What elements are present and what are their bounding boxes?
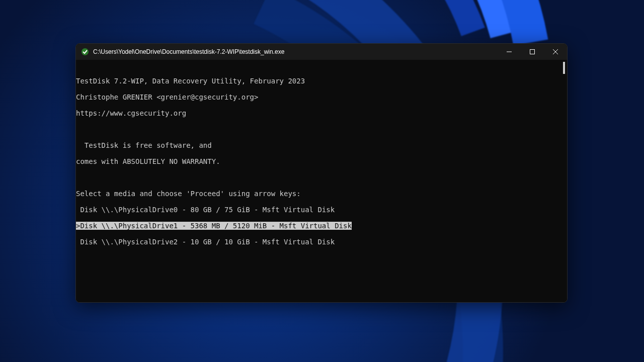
- intro-line: comes with ABSOLUTELY NO WARRANTY.: [76, 157, 567, 165]
- disk-option[interactable]: Disk \\.\PhysicalDrive0 - 80 GB / 75 GiB…: [76, 206, 567, 214]
- header-line: Christophe GRENIER <grenier@cgsecurity.o…: [76, 93, 567, 101]
- window-title: C:\Users\Yodel\OneDrive\Documents\testdi…: [93, 48, 284, 55]
- minimize-button[interactable]: [498, 44, 521, 60]
- terminal-output[interactable]: TestDisk 7.2-WIP, Data Recovery Utility,…: [76, 60, 567, 303]
- svg-point-0: [82, 48, 89, 55]
- titlebar[interactable]: C:\Users\Yodel\OneDrive\Documents\testdi…: [76, 44, 567, 60]
- svg-rect-1: [530, 50, 535, 54]
- disk-option[interactable]: Disk \\.\PhysicalDrive2 - 10 GB / 10 GiB…: [76, 238, 567, 246]
- header-line: https://www.cgsecurity.org: [76, 109, 567, 117]
- intro-line: TestDisk is free software, and: [76, 141, 567, 149]
- maximize-button[interactable]: [521, 44, 544, 60]
- close-button[interactable]: [544, 44, 567, 60]
- prompt-line: Select a media and choose 'Proceed' usin…: [76, 190, 567, 198]
- scrollbar[interactable]: [563, 62, 565, 74]
- disk-option-selected[interactable]: >Disk \\.\PhysicalDrive1 - 5368 MB / 512…: [76, 222, 567, 230]
- console-window: C:\Users\Yodel\OneDrive\Documents\testdi…: [75, 43, 568, 303]
- header-line: TestDisk 7.2-WIP, Data Recovery Utility,…: [76, 77, 567, 85]
- app-icon: [81, 48, 89, 56]
